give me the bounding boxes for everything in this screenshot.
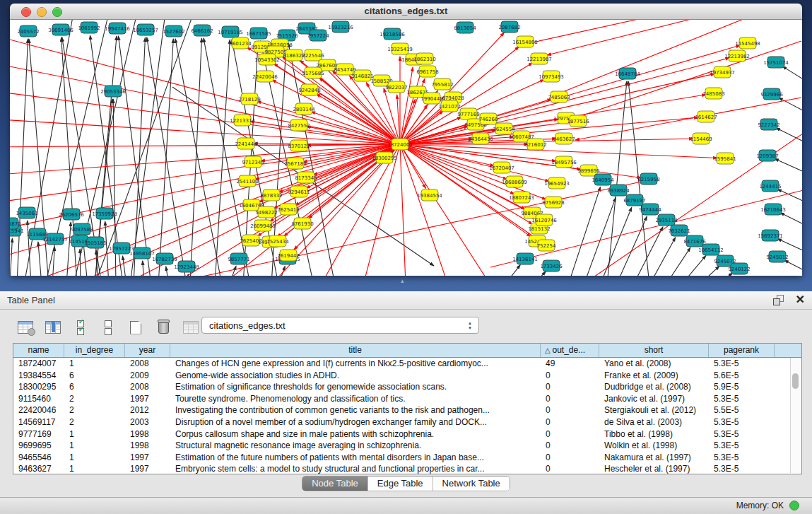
graph-node[interactable]: 8427552 <box>288 119 310 131</box>
minimize-traffic-light-button[interactable] <box>37 7 47 17</box>
close-panel-icon[interactable]: ✕ <box>796 293 805 307</box>
graph-node[interactable]: 9242848 <box>298 84 320 95</box>
cell-short[interactable]: Jankovic et al. (1997) <box>599 393 709 405</box>
graph-node[interactable]: 1990448 <box>420 93 442 104</box>
graph-node[interactable]: 15751074 <box>763 57 789 68</box>
graph-node[interactable]: 1061992 <box>78 22 100 33</box>
tab-network-table[interactable]: Network Table <box>433 477 510 491</box>
graph-node[interactable]: 16154808 <box>512 36 538 47</box>
graph-node[interactable]: 7632621 <box>668 225 690 236</box>
cell-in_degree[interactable]: 1 <box>64 452 125 464</box>
graph-node[interactable]: 19384554 <box>417 189 442 201</box>
cell-name[interactable]: 14569117 <box>13 416 64 428</box>
graph-node[interactable]: 19734937 <box>710 66 735 78</box>
graph-node[interactable]: 1154469 <box>690 133 712 144</box>
cell-in_degree[interactable]: 1 <box>64 428 125 440</box>
graph-node[interactable]: 2087682 <box>498 21 520 33</box>
cell-name[interactable]: 18300295 <box>13 381 64 393</box>
column-header-name[interactable]: name <box>13 344 64 357</box>
graph-node[interactable]: 7625413 <box>277 204 299 215</box>
cell-in_degree[interactable]: 2 <box>64 404 125 416</box>
cell-year[interactable]: 2009 <box>125 370 170 382</box>
cell-pagerank[interactable]: 5.6E-5 <box>709 370 775 382</box>
graph-node[interactable]: 6216012 <box>524 139 546 150</box>
graph-node[interactable]: 10688609 <box>502 176 527 187</box>
cell-out_de[interactable]: 0 <box>541 393 599 405</box>
graph-node[interactable]: 8813054 <box>454 22 476 33</box>
graph-node[interactable]: 1862310 <box>413 53 435 64</box>
graph-node[interactable]: 9463627 <box>553 133 575 144</box>
graph-node[interactable]: 13325419 <box>387 43 413 54</box>
cell-title[interactable]: Estimation of significance thresholds fo… <box>170 381 541 393</box>
cell-in_degree[interactable]: 6 <box>64 370 125 382</box>
graph-node[interactable]: 8878332 <box>260 189 282 201</box>
cell-in_degree[interactable]: 2 <box>64 393 125 405</box>
cell-short[interactable]: Stergiakouli et al. (2012) <box>599 404 709 416</box>
graph-node[interactable]: 7619447 <box>277 250 299 261</box>
float-panel-icon[interactable] <box>772 294 785 305</box>
cell-short[interactable]: Wolkin et al. (1998) <box>599 440 709 452</box>
cell-title[interactable]: Investigating the contribution of common… <box>170 404 541 416</box>
column-header-year[interactable]: year <box>125 344 170 357</box>
cell-out_de[interactable]: 49 <box>541 358 599 370</box>
graph-node[interactable]: 9175685 <box>302 67 324 78</box>
table-row[interactable]: 2242004622012Investigating the contribut… <box>13 404 801 416</box>
network-graph[interactable]: 2405572306914061061992199474161065325715… <box>10 20 802 276</box>
table-row[interactable]: 946554611997Estimation of the future num… <box>13 452 801 464</box>
cell-pagerank[interactable]: 5.3E-5 <box>709 452 775 464</box>
graph-node[interactable]: 9777169 <box>457 108 479 119</box>
table-row[interactable]: 969969511998Structural magnetic resonanc… <box>13 440 801 452</box>
table-row[interactable]: 911546021997Tourette syndrome. Phenomeno… <box>13 393 801 405</box>
graph-node[interactable]: 7485063 <box>548 91 570 103</box>
cell-year[interactable]: 1997 <box>125 393 170 405</box>
cell-in_degree[interactable]: 1 <box>64 358 125 370</box>
graph-node[interactable]: 1244415 <box>759 180 781 192</box>
delete-columns-icon[interactable] <box>153 317 173 337</box>
cell-year[interactable]: 2008 <box>125 381 170 393</box>
graph-node[interactable]: 1505185 <box>84 237 106 248</box>
graph-node[interactable]: 1640954 <box>592 174 614 185</box>
graph-node[interactable]: 9822037 <box>385 81 407 93</box>
graph-node[interactable]: 3567189 <box>284 158 306 169</box>
graph-node[interactable]: 15923216 <box>328 21 353 33</box>
column-header-title[interactable]: title <box>170 344 541 357</box>
graph-node[interactable]: 5498222 <box>255 206 277 218</box>
graph-node[interactable]: 2241444 <box>235 138 257 149</box>
graph-node[interactable]: 2405572 <box>17 25 39 37</box>
cell-name[interactable]: 9465546 <box>13 452 64 464</box>
graph-node[interactable]: 2935114 <box>655 214 678 226</box>
graph-node[interactable]: 2541100 <box>236 175 258 187</box>
select-columns-icon[interactable] <box>71 317 90 337</box>
graph-node[interactable]: 1733426 <box>540 260 563 271</box>
cell-pagerank[interactable]: 5.5E-5 <box>709 404 775 416</box>
table-row[interactable]: 977716911998Corpus callosum shape and si… <box>13 428 801 440</box>
graph-node[interactable]: 7485083 <box>702 88 724 99</box>
cell-year[interactable]: 1998 <box>125 428 170 440</box>
column-header-short[interactable]: short <box>599 344 709 357</box>
graph-node[interactable]: 9329966 <box>760 88 783 100</box>
cell-out_de[interactable]: 0 <box>541 404 599 416</box>
cell-title[interactable]: Genome-wide association studies in ADHD. <box>170 370 541 382</box>
column-header-pagerank[interactable]: pagerank <box>709 344 775 357</box>
node-table[interactable]: namein_degreeyeartitle△ out_de...shortpa… <box>13 343 802 474</box>
graph-node[interactable]: 9756928 <box>542 197 564 208</box>
cell-in_degree[interactable]: 6 <box>64 381 125 393</box>
cell-out_de[interactable]: 0 <box>541 381 599 393</box>
zoom-traffic-light-button[interactable] <box>52 7 62 17</box>
graph-node[interactable]: 9097588 <box>71 223 93 235</box>
cell-short[interactable]: Tibbo et al. (1998) <box>599 428 709 440</box>
new-column-icon[interactable] <box>126 317 146 337</box>
table-mode-icon[interactable] <box>16 317 35 337</box>
scrollbar-thumb[interactable] <box>792 373 799 389</box>
graph-node[interactable]: 1421077 <box>438 100 460 112</box>
cell-out_de[interactable]: 0 <box>541 416 599 428</box>
graph-node[interactable]: 9245012 <box>766 251 788 262</box>
graph-node[interactable]: 9240122 <box>728 263 750 274</box>
graph-node[interactable]: 8370122 <box>288 140 310 151</box>
graph-node[interactable]: 26099483 <box>250 220 276 231</box>
network-canvas[interactable]: 2405572306914061061992199474161065325715… <box>10 20 802 276</box>
graph-node[interactable]: 2803144 <box>293 103 315 115</box>
graph-node[interactable]: 752254 <box>537 240 556 251</box>
cell-short[interactable]: Dudbridge et al. (2008) <box>599 381 709 393</box>
graph-node[interactable]: 16671585 <box>246 28 271 39</box>
